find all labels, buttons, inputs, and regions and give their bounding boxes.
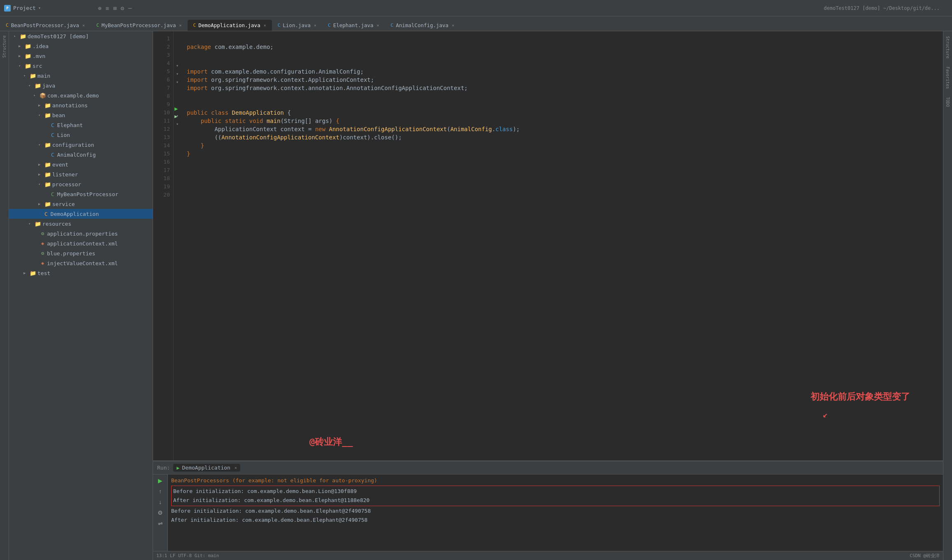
tree-arrow-listener[interactable]: ▶ [38,172,43,176]
code-line-9: public class DemoApplication { [187,109,291,116]
tree-label-service: service [52,201,75,207]
tree-arrow-configuration[interactable]: ▾ [38,143,43,147]
tree-item-configuration[interactable]: ▾ 📁 configuration [9,140,153,150]
tree-arrow-event[interactable]: ▶ [38,162,43,167]
tab-animalconfig[interactable]: C AnimalConfig.java ✕ [385,20,460,31]
run-arrow-main[interactable]: ▶ [174,105,178,112]
run-wrap-button[interactable]: ⇌ [156,519,165,528]
fold-arrow-import2[interactable]: ▾ [176,72,179,76]
code-line-10: public static void main(String[] args) { [187,118,339,124]
tree-arrow-com[interactable]: ▾ [33,93,38,97]
tree-item-java[interactable]: ▾ 📁 java [9,81,153,90]
dropdown-arrow[interactable]: ▾ [38,5,41,11]
tab-mybeanpostprocessor[interactable]: C MyBeanPostProcessor.java ✕ [91,20,187,31]
tree-arrow-annotations[interactable]: ▶ [38,103,43,107]
run-tab-close[interactable]: ✕ [235,465,237,470]
tree-item-service[interactable]: ▶ 📁 service [9,199,153,209]
project-path: demoTest0127 [demo] ~/Desktop/git/de... [824,5,940,11]
run-settings-button[interactable]: ⚙ [156,508,165,517]
tree-arrow-root[interactable]: ▾ [14,34,19,38]
run-scroll-up-button[interactable]: ↑ [156,487,165,496]
run-panel: Run: ▶ DemoApplication ✕ ▶ ↑ ↓ ⚙ ⇌ [153,460,943,551]
run-output[interactable]: BeanPostProcessors (for example: not eli… [168,474,943,551]
tree-item-src[interactable]: ▾ 📁 src [9,61,153,71]
tree-arrow-processor[interactable]: ▾ [38,182,43,186]
tree-item-elephant-file[interactable]: C Elephant [9,120,153,130]
navigate-icon[interactable]: ⊕ [98,5,101,12]
tab-beanpostprocessor[interactable]: C BeanPostProcessor.java ✕ [0,20,91,31]
sort-icon[interactable]: ≡ [105,5,109,12]
tree-item-com-example-demo[interactable]: ▾ 📦 com.example.demo [9,90,153,100]
ln-19: 19 [153,183,173,191]
tree-arrow-src[interactable]: ▾ [19,64,23,68]
code-content[interactable]: package com.example.demo; import com.exa… [183,31,943,460]
folder-icon-configuration: 📁 [44,142,51,148]
code-editor[interactable]: 1 2 3 4 5 6 7 8 9 10 11 12 13 14 15 16 1… [153,31,943,460]
tree-arrow-main[interactable]: ▾ [23,74,28,78]
structure-tab[interactable]: Structure [1,33,7,60]
tree-item-inject-xml[interactable]: ◈ injectValueContext.xml [9,258,153,268]
tree-arrow-resources[interactable]: ▾ [28,222,33,226]
tree-item-annotations[interactable]: ▶ 📁 annotations [9,100,153,110]
tree-arrow-mvn[interactable]: ▶ [19,54,23,58]
tree-item-animalconfig-file[interactable]: C AnimalConfig [9,150,153,160]
tab-close-beanpostprocessor[interactable]: ✕ [82,23,85,28]
tree-arrow-bean[interactable]: ▾ [38,113,43,117]
tree-item-blue-props[interactable]: ⚙ blue.properties [9,248,153,258]
tree-item-mvn[interactable]: ▶ 📁 .mvn [9,51,153,61]
right-tab-structure[interactable]: Structure [945,33,951,62]
tab-close-demoapplication[interactable]: ✕ [264,23,266,28]
tab-demoapplication[interactable]: C DemoApplication.java ✕ [188,20,272,31]
tree-item-main[interactable]: ▾ 📁 main [9,71,153,81]
tree-item-appcontext-xml[interactable]: ◈ applicationContext.xml [9,238,153,248]
tree-label-animalconfig-file: AnimalConfig [57,152,96,158]
tree-item-demoapplication-file[interactable]: C DemoApplication [9,209,153,219]
tree-item-idea[interactable]: ▶ 📁 .idea [9,41,153,51]
tab-label-beanpostprocessor: BeanPostProcessor.java [11,22,79,28]
tab-close-mybeanpostprocessor[interactable]: ✕ [179,23,181,28]
tree-item-resources[interactable]: ▾ 📁 resources [9,219,153,229]
tree-arrow-idea[interactable]: ▶ [19,44,23,48]
fold-arrow-import1[interactable]: ▾ [176,63,179,68]
right-tab-favorites[interactable]: Favorites [945,63,951,92]
java-icon-demoapplication: C [44,211,48,217]
fold-arrow-import3[interactable]: ▾ [176,80,179,84]
minus-icon[interactable]: ─ [128,5,132,12]
fold-arrow-class[interactable]: ▾ [176,113,179,118]
tab-elephant[interactable]: C Elephant.java ✕ [322,20,385,31]
settings-icon[interactable]: ⚙ [121,5,124,12]
tree-arrow-java[interactable]: ▾ [28,83,33,88]
right-tab-todo[interactable]: TODO [945,94,951,110]
tree-label-resources: resources [42,221,71,227]
fold-arrow-method[interactable]: ▾ [176,122,179,126]
tree-arrow-test[interactable]: ▶ [23,271,28,275]
ln-9: 9 [153,100,173,109]
tree-item-listener[interactable]: ▶ 📁 listener [9,169,153,179]
tab-close-lion[interactable]: ✕ [314,23,316,28]
tree-arrow-service[interactable]: ▶ [38,202,43,206]
java-icon-lion: C [51,132,54,138]
run-tab-demoapplication[interactable]: ▶ DemoApplication ✕ [173,464,240,472]
run-play-button[interactable]: ▶ [156,476,165,485]
diff-icon[interactable]: ⊞ [113,5,116,12]
tab-close-elephant[interactable]: ✕ [377,23,379,28]
tree-label-inject-xml: injectValueContext.xml [47,260,118,266]
tree-item-root[interactable]: ▾ 📁 demoTest0127 [demo] [9,31,153,41]
tree-item-mybeanpostprocessor-file[interactable]: C MyBeanPostProcessor [9,189,153,199]
folder-icon-service: 📁 [44,201,51,207]
tab-icon-mybeanpostprocessor: C [96,23,99,28]
right-sidebar: Structure Favorites TODO [943,31,952,560]
tab-lion[interactable]: C Lion.java ✕ [272,20,322,31]
tree-item-test[interactable]: ▶ 📁 test [9,268,153,278]
tab-close-animalconfig[interactable]: ✕ [452,23,454,28]
tree-item-processor[interactable]: ▾ 📁 processor [9,179,153,189]
project-tree[interactable]: ▾ 📁 demoTest0127 [demo] ▶ 📁 .idea ▶ 📁 .m… [9,31,153,560]
code-line-5: import org.springframework.context.Appli… [187,76,374,83]
run-scroll-down-button[interactable]: ↓ [156,498,165,507]
tree-item-bean[interactable]: ▾ 📁 bean [9,110,153,120]
folder-icon-processor: 📁 [44,181,51,187]
ln-10: 10 [153,109,173,117]
tree-item-event[interactable]: ▶ 📁 event [9,160,153,169]
tree-item-lion-file[interactable]: C Lion [9,130,153,140]
tree-item-app-props[interactable]: ⚙ application.properties [9,229,153,238]
